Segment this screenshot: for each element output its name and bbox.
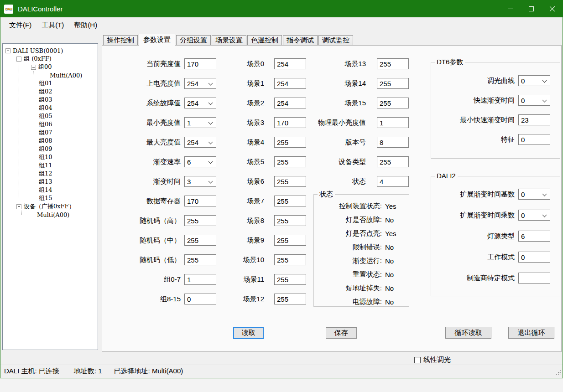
tree-item-group00[interactable]: 组00	[3, 63, 98, 71]
collapse-icon[interactable]	[16, 204, 21, 209]
minimize-button[interactable]	[500, 0, 521, 17]
tree-item-group08[interactable]: 组08	[3, 137, 98, 145]
status-value-input[interactable]: 4	[377, 176, 409, 187]
dimming-curve-select[interactable]: 0	[518, 75, 550, 86]
device-type-input[interactable]: 255	[377, 156, 409, 167]
fast-fade-time-select[interactable]: 0	[518, 95, 550, 106]
scene4-input[interactable]: 255	[274, 137, 306, 148]
tree-item-device-multi[interactable]: Multi(A00)	[3, 211, 98, 219]
tree-item-root[interactable]: DALI USB(0001)	[3, 46, 98, 55]
save-button[interactable]: 保存	[326, 327, 357, 339]
read-button[interactable]: 读取	[233, 327, 264, 339]
field-row: 物理最小亮度值1	[303, 117, 409, 128]
field-row: 场景4255	[230, 137, 306, 148]
scene13-input[interactable]: 255	[377, 58, 409, 69]
scene10-input[interactable]: 255	[274, 254, 306, 265]
scene5-input[interactable]: 255	[274, 156, 306, 167]
window-title: DALIController	[18, 5, 63, 13]
power-on-level-select[interactable]: 254	[184, 78, 216, 89]
manufacturer-specific-mode-input[interactable]	[518, 273, 550, 284]
scene9-input[interactable]: 255	[274, 235, 306, 246]
collapse-icon[interactable]	[5, 48, 10, 53]
tab-parameter-settings[interactable]: 参数设置	[139, 34, 175, 46]
tree-item-group03[interactable]: 组03	[3, 96, 98, 104]
tree-item-group13[interactable]: 组13	[3, 178, 98, 186]
group-8-15-input[interactable]: 0	[184, 294, 216, 304]
scene7-input[interactable]: 255	[274, 196, 306, 206]
physical-min-level-input[interactable]: 1	[377, 117, 409, 128]
fade-rate-select[interactable]: 6	[184, 156, 216, 167]
tab-operation-control[interactable]: 操作控制	[103, 35, 138, 45]
scene6-input[interactable]: 255	[274, 176, 306, 187]
random-code-mid-input[interactable]: 255	[184, 235, 216, 246]
menu-file[interactable]: 文件(F)	[4, 19, 36, 32]
min-fast-fade-time-input[interactable]: 23	[518, 114, 550, 125]
tree-item-group01[interactable]: 组01	[3, 79, 98, 88]
current-level-input[interactable]: 170	[184, 58, 216, 69]
field-row: 场景11255	[230, 274, 306, 285]
checkbox-icon[interactable]	[414, 357, 421, 363]
field-row: 工作模式0	[436, 252, 550, 263]
extended-fade-time-multiplier-select[interactable]: 0	[518, 210, 550, 221]
tree-item-group14[interactable]: 组14	[3, 186, 98, 194]
features-input[interactable]: 0	[518, 134, 550, 145]
field-row: 渐变速率6	[120, 156, 216, 167]
scene1-input[interactable]: 254	[274, 78, 306, 89]
tree-item-group07[interactable]: 组07	[3, 129, 98, 137]
tree-item-group15[interactable]: 组15	[3, 194, 98, 202]
scene14-input[interactable]: 255	[377, 78, 409, 89]
resize-grip[interactable]	[555, 369, 561, 375]
tab-command-debug[interactable]: 指令调试	[283, 35, 318, 45]
tree-item-group11[interactable]: 组11	[3, 161, 98, 170]
menu-help[interactable]: 帮助(H)	[69, 19, 102, 32]
parameter-settings-page: 当前亮度值170 上电亮度值254 系统故障值254 最小亮度值1 最大亮度值2…	[102, 45, 562, 352]
collapse-icon[interactable]	[31, 65, 36, 70]
tree-item-group12[interactable]: 组12	[3, 170, 98, 178]
scene11-input[interactable]: 255	[274, 274, 306, 285]
scene8-input[interactable]: 255	[274, 215, 306, 226]
loop-read-button[interactable]: 循环读取	[445, 327, 491, 339]
scene0-input[interactable]: 254	[274, 58, 306, 69]
version-number-input[interactable]: 8	[377, 137, 409, 148]
scene15-input[interactable]: 255	[377, 98, 409, 108]
menu-tools[interactable]: 工具(T)	[36, 19, 69, 32]
tree-item-group06[interactable]: 组06	[3, 120, 98, 129]
tree-item-group02[interactable]: 组02	[3, 88, 98, 96]
tree-item-device-broadcast[interactable]: 设备（广播0xFF）	[3, 202, 98, 211]
data-register-input[interactable]: 170	[184, 196, 216, 206]
group-0-7-input[interactable]: 1	[184, 274, 216, 285]
exit-loop-button[interactable]: 退出循环	[508, 327, 554, 339]
field-row: 特征0	[436, 134, 550, 145]
chevron-down-icon	[209, 179, 213, 184]
tree-item-group09[interactable]: 组09	[3, 145, 98, 153]
tree-item-group-parent[interactable]: 组 (0xFF)	[3, 55, 98, 63]
collapse-icon[interactable]	[16, 57, 21, 62]
maximize-button[interactable]	[521, 0, 542, 17]
field-row: 场景6255	[230, 176, 306, 187]
max-level-select[interactable]: 254	[184, 137, 216, 148]
scene12-input[interactable]: 255	[274, 294, 306, 304]
tree-item-group04[interactable]: 组04	[3, 104, 98, 112]
tree-item-group10[interactable]: 组10	[3, 153, 98, 161]
tree-item-group05[interactable]: 组05	[3, 112, 98, 120]
close-button[interactable]	[542, 0, 563, 17]
field-row: 调光曲线0	[436, 75, 550, 86]
operating-mode-input[interactable]: 0	[518, 252, 550, 263]
random-code-high-input[interactable]: 255	[184, 215, 216, 226]
system-failure-level-select[interactable]: 254	[184, 98, 216, 108]
light-source-type-input[interactable]: 6	[518, 231, 550, 242]
tree-item-multi[interactable]: Multi(A00)	[3, 71, 98, 79]
field-row: 场景1254	[230, 78, 306, 89]
tab-grouping-settings[interactable]: 分组设置	[176, 35, 211, 45]
tab-scene-settings[interactable]: 场景设置	[212, 35, 246, 45]
scene2-input[interactable]: 254	[274, 98, 306, 108]
tab-debug-monitor[interactable]: 调试监控	[318, 35, 353, 45]
tab-color-temp-control[interactable]: 色温控制	[247, 35, 282, 45]
fade-time-select[interactable]: 3	[184, 176, 216, 187]
parameter-column-1: 当前亮度值170 上电亮度值254 系统故障值254 最小亮度值1 最大亮度值2…	[120, 58, 216, 313]
min-level-select[interactable]: 1	[184, 117, 216, 128]
random-code-low-input[interactable]: 255	[184, 254, 216, 265]
scene3-input[interactable]: 170	[274, 117, 306, 128]
linear-dimming-checkbox[interactable]: 线性调光	[414, 356, 451, 364]
extended-fade-time-base-select[interactable]: 0	[518, 189, 550, 200]
